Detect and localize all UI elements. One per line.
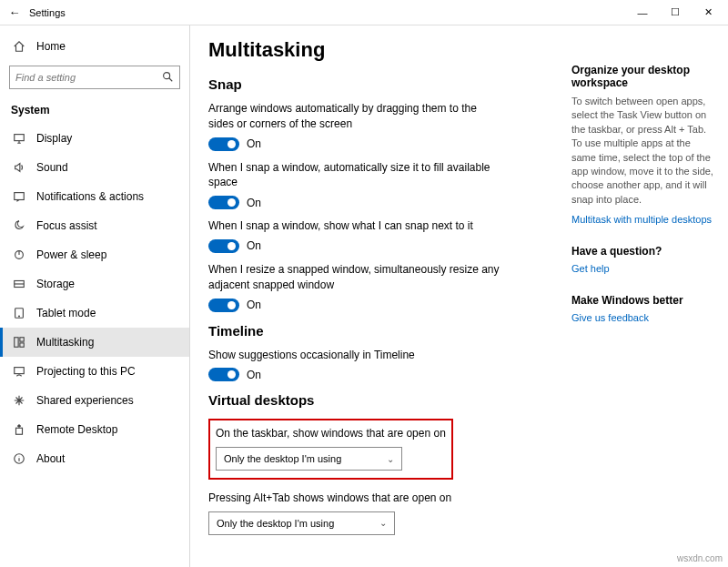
timeline-state-0: On <box>247 369 261 381</box>
snap-label-0: Arrange windows automatically by draggin… <box>208 101 500 132</box>
sidebar-item-label: Focus assist <box>36 219 97 232</box>
search-box[interactable] <box>9 66 180 89</box>
alttab-option-label: Pressing Alt+Tab shows windows that are … <box>208 491 500 506</box>
svg-rect-7 <box>15 338 18 348</box>
snap-label-2: When I snap a window, show what I can sn… <box>208 218 500 234</box>
display-icon <box>11 132 27 145</box>
shared-icon <box>11 394 27 407</box>
svg-point-6 <box>19 316 20 317</box>
sidebar-item-label: Display <box>36 132 72 145</box>
search-icon <box>161 70 174 86</box>
sidebar-item-label: Sound <box>36 161 68 174</box>
alttab-dropdown[interactable]: Only the desktop I'm using ⌄ <box>208 511 395 535</box>
timeline-label-0: Show suggestions occasionally in Timelin… <box>208 348 500 363</box>
main-column: Multitasking Snap Arrange windows automa… <box>208 35 563 558</box>
snap-state-0: On <box>247 137 261 150</box>
search-input[interactable] <box>15 72 161 83</box>
side-paragraph: To switch between open apps, select the … <box>571 95 717 207</box>
sidebar-item-focus-assist[interactable]: Focus assist <box>0 211 189 240</box>
power-icon <box>11 248 27 261</box>
tablet-icon <box>11 307 27 319</box>
sidebar-item-label: Multitasking <box>36 336 94 349</box>
timeline-heading: Timeline <box>208 323 563 339</box>
minimize-button[interactable]: — <box>626 1 659 25</box>
chevron-down-icon: ⌄ <box>387 454 394 464</box>
category-heading: System <box>0 98 189 124</box>
sidebar-item-about[interactable]: About <box>0 444 189 473</box>
about-icon <box>11 452 27 465</box>
taskbar-option-label: On the taskbar, show windows that are op… <box>216 426 446 441</box>
window-title: Settings <box>29 7 626 18</box>
close-button[interactable]: ✕ <box>692 1 724 25</box>
snap-heading: Snap <box>208 76 563 92</box>
sidebar-item-label: Projecting to this PC <box>36 365 136 378</box>
home-icon <box>11 40 27 53</box>
snap-toggle-0[interactable] <box>208 137 239 151</box>
storage-icon <box>11 278 27 290</box>
snap-toggle-2[interactable] <box>208 239 239 253</box>
sidebar-item-shared-experiences[interactable]: Shared experiences <box>0 386 189 415</box>
sidebar-item-projecting-to-this-pc[interactable]: Projecting to this PC <box>0 357 189 386</box>
snap-state-3: On <box>247 299 261 311</box>
snap-toggle-3[interactable] <box>208 299 239 312</box>
snap-state-2: On <box>247 239 261 252</box>
multitasking-icon <box>11 336 27 349</box>
sidebar-item-label: Remote Desktop <box>36 423 117 436</box>
sidebar-item-display[interactable]: Display <box>0 124 189 153</box>
sidebar-item-label: Storage <box>36 278 75 290</box>
virtual-desktops-heading: Virtual desktops <box>208 392 563 408</box>
home-label: Home <box>36 40 66 53</box>
sound-icon <box>11 161 27 174</box>
snap-label-3: When I resize a snapped window, simultan… <box>208 262 500 293</box>
sidebar-item-label: Tablet mode <box>36 307 96 319</box>
snap-toggle-1[interactable] <box>208 196 239 209</box>
remote-icon <box>11 423 27 436</box>
chevron-down-icon: ⌄ <box>379 518 387 528</box>
focus-icon <box>11 219 27 232</box>
sidebar-item-label: Power & sleep <box>36 248 106 261</box>
sidebar-item-label: Shared experiences <box>36 394 134 407</box>
svg-rect-11 <box>16 428 23 434</box>
page-title: Multitasking <box>208 38 563 62</box>
side-heading-feedback: Make Windows better <box>571 294 717 307</box>
titlebar: ← Settings — ☐ ✕ <box>0 0 728 25</box>
maximize-button[interactable]: ☐ <box>659 1 692 25</box>
multitask-link[interactable]: Multitask with multiple desktops <box>571 214 717 225</box>
sidebar-item-tablet-mode[interactable]: Tablet mode <box>0 299 189 328</box>
sidebar-item-sound[interactable]: Sound <box>0 153 189 182</box>
watermark: wsxdn.com <box>677 553 723 563</box>
svg-rect-1 <box>15 135 25 141</box>
feedback-link[interactable]: Give us feedback <box>571 312 717 323</box>
sidebar-item-power-sleep[interactable]: Power & sleep <box>0 240 189 269</box>
projecting-icon <box>11 365 27 378</box>
side-column: Organize your desktop workspace To switc… <box>571 35 717 558</box>
notifications-icon <box>11 190 27 203</box>
svg-rect-8 <box>20 338 24 341</box>
svg-point-0 <box>164 72 170 78</box>
sidebar-item-label: About <box>36 452 65 465</box>
sidebar: Home System DisplaySoundNotifications & … <box>0 25 190 567</box>
svg-rect-2 <box>15 193 25 200</box>
taskbar-dropdown[interactable]: Only the desktop I'm using ⌄ <box>216 447 402 471</box>
svg-rect-9 <box>20 343 24 347</box>
home-button[interactable]: Home <box>0 33 189 60</box>
back-button[interactable]: ← <box>4 5 25 19</box>
snap-label-1: When I snap a window, automatically size… <box>208 160 500 191</box>
side-heading-workspace: Organize your desktop workspace <box>571 64 717 89</box>
alttab-dropdown-value: Only the desktop I'm using <box>217 518 334 529</box>
sidebar-item-storage[interactable]: Storage <box>0 269 189 299</box>
sidebar-item-notifications-actions[interactable]: Notifications & actions <box>0 182 189 211</box>
sidebar-item-label: Notifications & actions <box>36 190 144 203</box>
side-heading-question: Have a question? <box>571 245 717 258</box>
get-help-link[interactable]: Get help <box>571 263 717 274</box>
sidebar-item-remote-desktop[interactable]: Remote Desktop <box>0 415 189 444</box>
snap-state-1: On <box>247 197 261 209</box>
sidebar-item-multitasking[interactable]: Multitasking <box>0 328 189 357</box>
highlighted-option: On the taskbar, show windows that are op… <box>208 419 453 480</box>
taskbar-dropdown-value: Only the desktop I'm using <box>224 453 341 464</box>
timeline-toggle-0[interactable] <box>208 368 239 381</box>
svg-rect-10 <box>15 368 25 374</box>
